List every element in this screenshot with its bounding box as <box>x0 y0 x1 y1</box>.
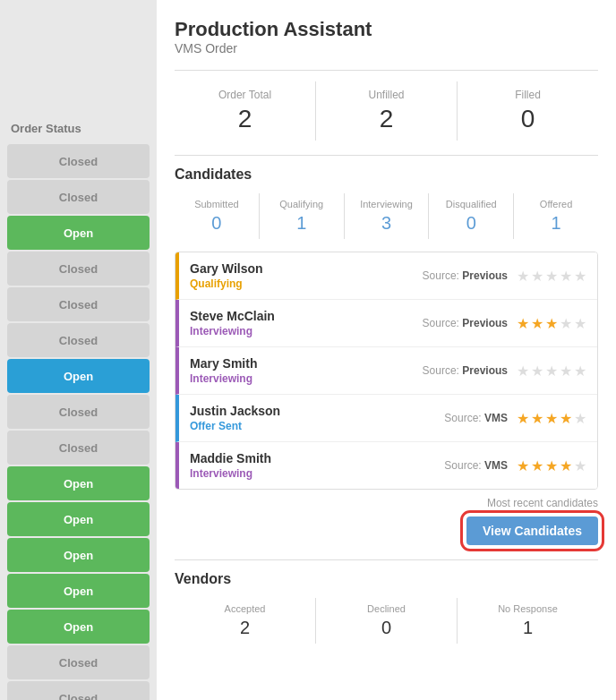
candidate-source: Source: Previous <box>423 364 508 377</box>
stat-filled-label: Filled <box>461 89 595 101</box>
stat-unfilled-label: Unfilled <box>320 89 453 101</box>
star-icon: ★ <box>531 315 543 332</box>
star-icon: ★ <box>560 268 572 285</box>
vendors-stats: Accepted2Declined0No Response1 <box>175 598 598 644</box>
candidate-status: Interviewing <box>190 372 423 385</box>
candidate-source: Source: VMS <box>444 412 508 424</box>
candidate-status: Offer Sent <box>190 420 444 432</box>
sidebar-item-item-12[interactable]: Open <box>7 538 150 572</box>
stat-filled: Filled 0 <box>458 81 598 141</box>
candidate-status: Qualifying <box>190 277 423 290</box>
view-candidates-button[interactable]: View Candidates <box>466 516 598 545</box>
cstat-submitted: Submitted0 <box>175 193 260 239</box>
star-icon: ★ <box>560 315 572 332</box>
vstat-accepted: Accepted2 <box>175 598 316 644</box>
cstat-disqualified: Disqualified0 <box>429 193 514 239</box>
candidate-stars: ★★★★★ <box>517 315 586 332</box>
star-icon: ★ <box>531 457 543 474</box>
star-icon: ★ <box>517 410 529 427</box>
star-icon: ★ <box>574 315 586 332</box>
sidebar-item-item-10[interactable]: Open <box>7 466 150 500</box>
sidebar-item-item-4[interactable]: Closed <box>7 252 150 286</box>
candidate-source: Source: Previous <box>423 269 508 282</box>
star-icon: ★ <box>517 315 529 332</box>
page-title: Production Assistant <box>175 18 598 41</box>
candidate-list: Gary Wilson Qualifying Source: Previous … <box>175 252 598 490</box>
candidates-footer: Most recent candidates <box>175 497 598 509</box>
star-icon: ★ <box>560 457 572 474</box>
stat-filled-value: 0 <box>461 105 595 133</box>
candidate-status: Interviewing <box>190 467 444 480</box>
candidate-source: Source: VMS <box>444 459 508 472</box>
star-icon: ★ <box>560 363 572 380</box>
candidate-card[interactable]: Gary Wilson Qualifying Source: Previous … <box>175 252 597 300</box>
sidebar-item-item-7[interactable]: Open <box>7 359 150 393</box>
cstat-qualifying: Qualifying1 <box>260 193 345 239</box>
star-icon: ★ <box>531 268 543 285</box>
order-stats: Order Total 2 Unfilled 2 Filled 0 <box>175 81 598 141</box>
sidebar-item-item-5[interactable]: Closed <box>7 287 150 321</box>
candidate-info: Mary Smith Interviewing <box>190 356 423 385</box>
sidebar-header: Order Status <box>0 116 157 141</box>
candidate-card[interactable]: Mary Smith Interviewing Source: Previous… <box>175 347 597 395</box>
star-icon: ★ <box>574 457 586 474</box>
star-icon: ★ <box>531 363 543 380</box>
candidate-stars: ★★★★★ <box>517 457 586 474</box>
candidate-name: Justin Jackson <box>190 404 444 418</box>
candidate-info: Maddie Smith Interviewing <box>190 451 444 480</box>
sidebar-item-item-3[interactable]: Open <box>7 216 150 250</box>
candidate-name: Mary Smith <box>190 356 423 371</box>
candidate-stars: ★★★★★ <box>517 410 586 427</box>
sidebar-item-item-14[interactable]: Open <box>7 610 150 644</box>
sidebar-item-item-16[interactable]: Closed <box>7 681 150 700</box>
candidates-stats: Submitted0Qualifying1Interviewing3Disqua… <box>175 193 598 239</box>
candidates-section-title: Candidates <box>175 166 598 183</box>
star-icon: ★ <box>517 457 529 474</box>
sidebar: Order Status ClosedClosedOpenClosedClose… <box>0 0 157 700</box>
candidate-info: Justin Jackson Offer Sent <box>190 404 444 432</box>
cstat-interviewing: Interviewing3 <box>345 193 430 239</box>
candidate-info: Gary Wilson Qualifying <box>190 261 423 290</box>
star-icon: ★ <box>517 268 529 285</box>
star-icon: ★ <box>545 410 558 427</box>
star-icon: ★ <box>560 410 572 427</box>
candidate-name: Gary Wilson <box>190 261 423 276</box>
sidebar-item-item-2[interactable]: Closed <box>7 180 150 214</box>
candidate-name: Steve McClain <box>190 309 423 323</box>
vstat-no-response: No Response1 <box>458 598 598 644</box>
main-content: Production Assistant VMS Order Order Tot… <box>157 0 616 700</box>
page-subtitle: VMS Order <box>175 41 598 55</box>
stat-order-total-value: 2 <box>178 105 312 133</box>
star-icon: ★ <box>574 410 586 427</box>
candidate-info: Steve McClain Interviewing <box>190 309 423 337</box>
star-icon: ★ <box>545 457 558 474</box>
candidate-stars: ★★★★★ <box>517 363 586 380</box>
candidate-status: Interviewing <box>190 325 423 337</box>
star-icon: ★ <box>531 410 543 427</box>
sidebar-item-item-15[interactable]: Closed <box>7 645 150 679</box>
star-icon: ★ <box>574 363 586 380</box>
stat-order-total: Order Total 2 <box>175 81 316 141</box>
candidate-card[interactable]: Steve McClain Interviewing Source: Previ… <box>175 300 597 347</box>
star-icon: ★ <box>545 363 558 380</box>
sidebar-item-item-13[interactable]: Open <box>7 574 150 608</box>
sidebar-item-item-9[interactable]: Closed <box>7 431 150 465</box>
sidebar-item-item-11[interactable]: Open <box>7 502 150 536</box>
stat-unfilled-value: 2 <box>320 105 453 133</box>
sidebar-item-item-1[interactable]: Closed <box>7 144 150 178</box>
cstat-offered: Offered1 <box>514 193 598 239</box>
star-icon: ★ <box>545 268 558 285</box>
candidate-stars: ★★★★★ <box>517 268 586 285</box>
star-icon: ★ <box>545 315 558 332</box>
star-icon: ★ <box>517 363 529 380</box>
view-candidates-wrapper: View Candidates <box>175 516 598 545</box>
sidebar-item-item-6[interactable]: Closed <box>7 323 150 357</box>
stat-unfilled: Unfilled 2 <box>316 81 458 141</box>
sidebar-item-item-8[interactable]: Closed <box>7 395 150 429</box>
candidate-card[interactable]: Justin Jackson Offer Sent Source: VMS ★★… <box>175 395 597 442</box>
vendors-section-title: Vendors <box>175 571 598 587</box>
candidate-card[interactable]: Maddie Smith Interviewing Source: VMS ★★… <box>175 442 597 489</box>
candidate-name: Maddie Smith <box>190 451 444 465</box>
star-icon: ★ <box>574 268 586 285</box>
candidate-source: Source: Previous <box>423 317 508 329</box>
